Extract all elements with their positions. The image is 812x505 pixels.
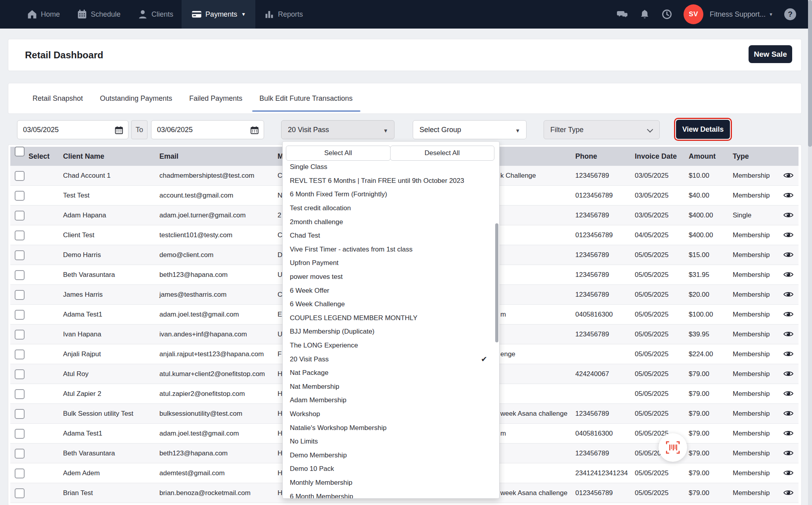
row-checkbox[interactable] <box>15 230 25 240</box>
view-row-details-button[interactable] <box>783 351 793 357</box>
dropdown-option[interactable]: Single Class <box>283 160 499 174</box>
row-checkbox[interactable] <box>15 330 25 340</box>
chat-icon[interactable] <box>617 9 628 20</box>
dropdown-scrollbar[interactable] <box>495 223 498 342</box>
dropdown-option[interactable]: 6 Week Offer <box>283 284 499 298</box>
row-checkbox[interactable] <box>15 488 25 498</box>
dropdown-option[interactable]: Adam Membership <box>283 394 499 407</box>
tab-retail-snapshot[interactable]: Retail Snapshot <box>33 83 83 113</box>
dropdown-option[interactable]: 2month challenge <box>283 215 499 229</box>
group-filter-select[interactable]: Select Group ▼ <box>413 120 527 139</box>
view-row-details-button[interactable] <box>783 192 793 198</box>
row-checkbox[interactable] <box>15 409 25 419</box>
dropdown-option[interactable]: Demo Membership <box>283 448 499 462</box>
dropdown-option[interactable]: REVL TEST 6 Months | Train FREE until 9t… <box>283 174 499 188</box>
dropdown-option[interactable]: Nat Package <box>283 366 499 380</box>
type-cell: Single <box>733 211 751 219</box>
date-to-input[interactable]: 03/06/2025 <box>151 120 264 139</box>
view-row-details-button[interactable] <box>783 212 793 218</box>
dropdown-option[interactable]: Workshop <box>283 407 499 421</box>
view-row-details-button[interactable] <box>783 430 793 436</box>
nav-item-schedule[interactable]: Schedule <box>68 0 129 29</box>
row-checkbox[interactable] <box>15 429 25 439</box>
dropdown-option[interactable]: 6 Month Membership <box>283 490 499 499</box>
dropdown-option[interactable]: Vive First Timer - activates from 1st cl… <box>283 243 499 257</box>
invoice-date-cell: 03/05/2025 <box>635 172 668 180</box>
row-checkbox[interactable] <box>15 389 25 399</box>
help-icon[interactable]: ? <box>784 8 796 20</box>
view-row-details-button[interactable] <box>783 291 793 298</box>
dropdown-option[interactable]: power moves test <box>283 270 499 284</box>
dropdown-option[interactable]: The LONG Experience <box>283 339 499 353</box>
membership-name-start: F <box>278 350 282 358</box>
membership-name-start: N <box>278 192 282 200</box>
dropdown-option[interactable]: BJJ Membership (Duplicate) <box>283 325 499 339</box>
dropdown-option[interactable]: Test credit allocation <box>283 202 499 215</box>
view-row-details-button[interactable] <box>783 490 793 496</box>
invoice-date-cell: 05/05/2025 <box>635 390 668 398</box>
page-scrollbar-thumb[interactable] <box>808 0 812 147</box>
col-email: Email <box>159 152 178 161</box>
user-avatar[interactable]: SV <box>684 4 703 24</box>
new-sale-button[interactable]: New Sale <box>749 45 792 63</box>
dropdown-option[interactable]: Nat Membership <box>283 380 499 394</box>
dropdown-option[interactable]: Chad Test <box>283 229 499 243</box>
dropdown-option[interactable]: COUPLES LEGEND MEMBER MONTHLY <box>283 311 499 325</box>
nav-item-reports[interactable]: Reports <box>255 0 311 29</box>
view-row-details-button[interactable] <box>783 410 793 417</box>
tab-outstanding-payments[interactable]: Outstanding Payments <box>100 83 172 113</box>
membership-filter-select[interactable]: 20 Visit Pass ▼ <box>281 120 395 139</box>
membership-dropdown-panel: Select All Deselect All Single ClassREVL… <box>282 141 500 499</box>
select-all-checkbox[interactable] <box>15 147 25 157</box>
account-menu[interactable]: Fitness Support... ▼ <box>710 10 773 19</box>
barcode-scanner-button[interactable] <box>659 433 687 462</box>
dropdown-option[interactable]: Natalie's Workshop Membership <box>283 421 499 435</box>
row-checkbox[interactable] <box>15 171 25 181</box>
row-checkbox[interactable] <box>15 449 25 459</box>
email-cell: atul.zapier2@onefitstop.com <box>159 390 245 398</box>
view-row-details-button[interactable] <box>783 470 793 476</box>
dropdown-option[interactable]: Monthly Membership <box>283 476 499 490</box>
clock-icon[interactable] <box>661 9 672 20</box>
row-checkbox[interactable] <box>15 270 25 280</box>
view-row-details-button[interactable] <box>783 232 793 238</box>
nav-item-payments[interactable]: Payments ▼ <box>182 0 255 29</box>
nav-item-clients[interactable]: Clients <box>129 0 182 29</box>
dropdown-option[interactable]: No Limits <box>283 435 499 449</box>
select-all-button[interactable]: Select All <box>286 146 391 161</box>
row-checkbox[interactable] <box>15 469 25 478</box>
page-scrollbar[interactable] <box>808 0 812 505</box>
tab-failed-payments[interactable]: Failed Payments <box>189 83 242 113</box>
tab-bulk-edit-future-transactions[interactable]: Bulk Edit Future Transactions <box>259 83 352 113</box>
dropdown-option[interactable]: Upfron Payment <box>283 256 499 270</box>
type-filter-select[interactable]: Filter Type <box>544 120 660 139</box>
row-checkbox[interactable] <box>15 191 25 201</box>
view-row-details-button[interactable] <box>783 371 793 377</box>
view-row-details-button[interactable] <box>783 271 793 278</box>
view-row-details-button[interactable] <box>783 390 793 397</box>
view-row-details-button[interactable] <box>783 450 793 456</box>
nav-item-home[interactable]: Home <box>18 0 68 29</box>
calendar-icon[interactable] <box>250 125 259 135</box>
membership-name-start: H <box>278 410 282 418</box>
row-checkbox[interactable] <box>15 250 25 260</box>
calendar-icon[interactable] <box>114 125 124 135</box>
row-checkbox[interactable] <box>15 211 25 221</box>
dropdown-option[interactable]: 20 Visit Pass✔ <box>283 352 499 366</box>
view-row-details-button[interactable] <box>783 172 793 179</box>
view-row-details-button[interactable] <box>783 331 793 337</box>
deselect-all-button[interactable]: Deselect All <box>390 146 495 161</box>
dropdown-option[interactable]: 6 Week Challenge <box>283 298 499 311</box>
row-checkbox[interactable] <box>15 349 25 359</box>
row-checkbox[interactable] <box>15 310 25 320</box>
date-from-input[interactable]: 03/05/2025 <box>17 120 128 139</box>
amount-cell: $400.00 <box>689 231 713 239</box>
bell-icon[interactable] <box>639 9 650 20</box>
view-row-details-button[interactable] <box>783 252 793 258</box>
view-row-details-button[interactable] <box>783 311 793 317</box>
row-checkbox[interactable] <box>15 290 25 300</box>
row-checkbox[interactable] <box>15 369 25 379</box>
dropdown-option[interactable]: Demo 10 Pack <box>283 462 499 476</box>
view-details-button[interactable]: View Details <box>676 120 730 139</box>
dropdown-option[interactable]: 6 Month Fixed Term (Fortnightly) <box>283 188 499 202</box>
